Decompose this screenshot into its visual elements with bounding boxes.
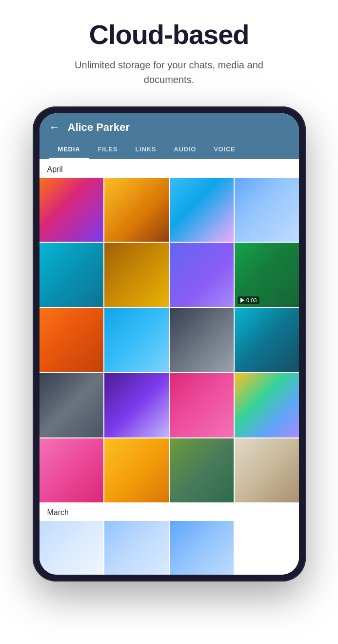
photo-cell[interactable] [170, 308, 234, 373]
photo-cell[interactable] [40, 178, 104, 242]
photo-cell[interactable] [104, 243, 169, 307]
video-duration: 0:03 [246, 297, 257, 303]
photo-cell[interactable] [235, 178, 299, 242]
chat-header: ← Alice Parker MEDIA FILES LINKS AUDIO V… [40, 113, 299, 159]
photo-cell[interactable] [40, 373, 104, 437]
play-icon [240, 298, 244, 303]
march-photo-grid [40, 521, 299, 575]
photo-cell[interactable] [235, 308, 299, 373]
phone-frame: ← Alice Parker MEDIA FILES LINKS AUDIO V… [33, 106, 306, 582]
photo-cell[interactable] [170, 521, 234, 575]
tab-links[interactable]: LINKS [126, 141, 165, 159]
photo-cell[interactable] [170, 438, 234, 503]
photo-cell[interactable]: 0:03 [235, 243, 299, 307]
tab-media[interactable]: MEDIA [49, 141, 89, 159]
video-duration-badge: 0:03 [238, 296, 259, 304]
april-photo-grid: 0:03 [40, 178, 299, 503]
photo-cell[interactable] [104, 178, 169, 242]
phone-screen: ← Alice Parker MEDIA FILES LINKS AUDIO V… [40, 113, 299, 575]
photo-cell[interactable] [104, 308, 169, 373]
photo-cell[interactable] [40, 243, 104, 307]
hero-subtitle: Unlimited storage for your chats, media … [72, 58, 267, 87]
photo-cell[interactable] [104, 373, 169, 437]
photo-cell[interactable] [104, 438, 169, 503]
photo-cell[interactable] [40, 308, 104, 373]
month-label-april: April [40, 159, 299, 178]
photo-cell[interactable] [235, 438, 299, 503]
phone-mockup: ← Alice Parker MEDIA FILES LINKS AUDIO V… [33, 106, 306, 582]
photo-cell[interactable] [40, 521, 104, 575]
photo-cell[interactable] [40, 438, 104, 503]
back-button[interactable]: ← [49, 121, 60, 134]
photo-cell[interactable] [104, 521, 169, 575]
photo-cell[interactable] [170, 243, 234, 307]
tab-voice[interactable]: VOICE [205, 141, 244, 159]
tab-audio[interactable]: AUDIO [165, 141, 205, 159]
month-label-march: March [40, 502, 299, 521]
photo-cell[interactable] [170, 373, 234, 437]
tabs-row: MEDIA FILES LINKS AUDIO VOICE [49, 141, 289, 159]
photo-cell[interactable] [170, 178, 234, 242]
page-title: Cloud-based [89, 20, 249, 50]
media-content: April 0:03 [40, 159, 299, 575]
photo-cell[interactable] [235, 373, 299, 437]
chat-title: Alice Parker [68, 121, 130, 134]
tab-files[interactable]: FILES [89, 141, 126, 159]
